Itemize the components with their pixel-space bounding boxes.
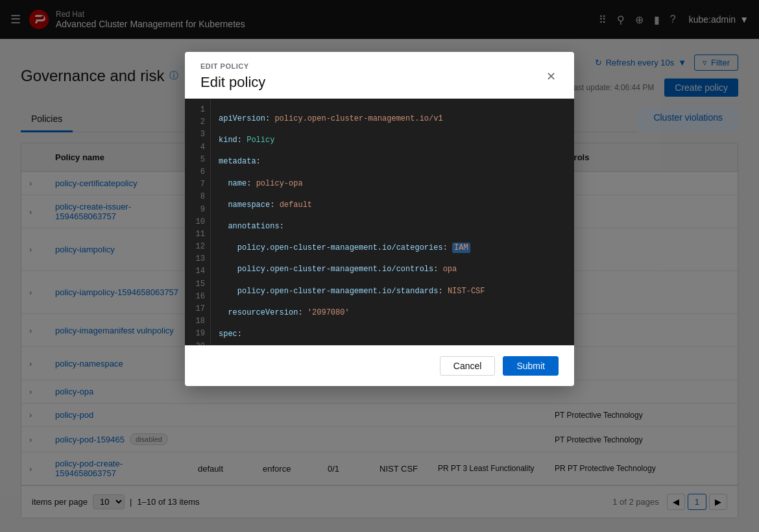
cancel-button[interactable]: Cancel	[440, 356, 496, 376]
modal-overlay: EDIT POLICY Edit policy ✕ 12345 678910 1…	[0, 0, 759, 532]
code-editor[interactable]: 12345 678910 1112131415 1617181920 2122 …	[185, 99, 574, 345]
code-content: apiVersion: policy.open-cluster-manageme…	[211, 99, 574, 345]
modal-header: EDIT POLICY Edit policy ✕	[185, 52, 574, 99]
edit-policy-modal: EDIT POLICY Edit policy ✕ 12345 678910 1…	[185, 52, 574, 386]
submit-button[interactable]: Submit	[503, 356, 559, 376]
modal-body: 12345 678910 1112131415 1617181920 2122 …	[185, 99, 574, 345]
modal-title-row: EDIT POLICY Edit policy ✕	[200, 62, 559, 99]
modal-footer: Cancel Submit	[185, 345, 574, 386]
modal-label: EDIT POLICY	[200, 62, 265, 70]
modal-title: Edit policy	[200, 74, 265, 91]
line-numbers: 12345 678910 1112131415 1617181920 2122	[185, 99, 211, 345]
modal-close-button[interactable]: ✕	[544, 67, 559, 86]
